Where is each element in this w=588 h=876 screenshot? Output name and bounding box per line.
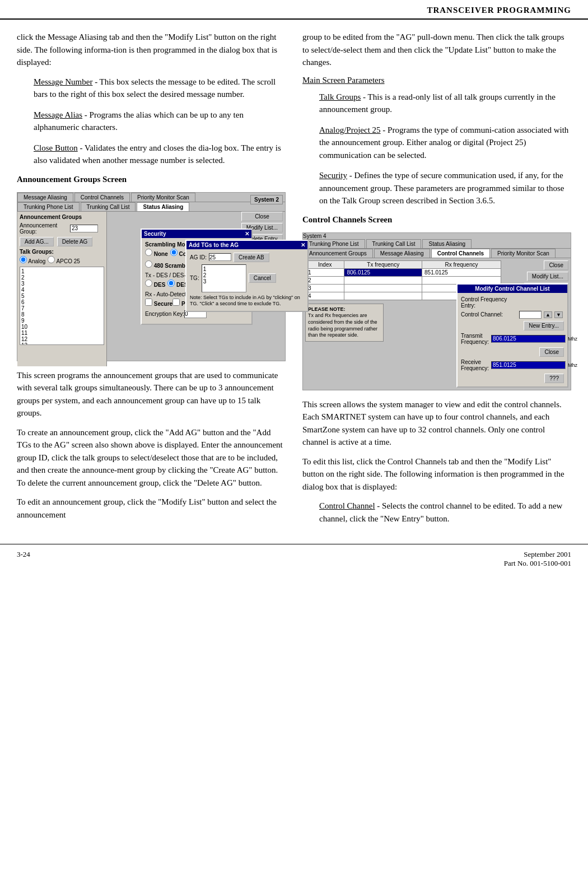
ctrl-tab-ann-groups[interactable]: Announcement Groups <box>303 249 373 258</box>
talk-group-listbox[interactable]: 1 2 3 4 5 6 7 8 9 10 11 12 13 <box>20 267 104 345</box>
message-alias-block: Message Alias - Programs the alias which… <box>34 109 286 134</box>
ctrl-channel-spinner-up[interactable]: ▲ <box>544 311 552 318</box>
tab-trunking-phone[interactable]: Trunking Phone List <box>17 202 80 211</box>
close-button-label: Close Button <box>34 143 78 152</box>
create-ab-btn[interactable]: Create AB <box>234 253 269 262</box>
system-badge: System 2 <box>250 195 283 204</box>
ctrl-system-badge: System 4 <box>303 233 571 239</box>
right-column: group to be edited from the "AG" pull-do… <box>302 31 571 533</box>
radio-apco25[interactable]: APCO 25 <box>48 256 80 264</box>
radio-secure[interactable]: Secure <box>145 299 172 307</box>
ctrl-freq-entry-label: Control Frequency Entry: <box>461 296 517 309</box>
delete-ag-btn[interactable]: Delete AG <box>57 237 93 246</box>
ctrl-tab-priority-monitor[interactable]: Priority Monitor Scan <box>491 249 556 258</box>
footer-date: September 2001 <box>504 550 571 559</box>
message-number-label: Message Number <box>34 77 92 86</box>
modify-ctrl-dialog: Modify Control Channel List Control Freq… <box>456 283 568 388</box>
ctrl-new-entry-btn[interactable]: New Entry... <box>524 321 564 330</box>
ctrl-caption-1: This screen allows the system manager to… <box>302 398 571 449</box>
ctrl-tab-trunking-phone[interactable]: Trunking Phone List <box>303 239 365 248</box>
ann-caption-2: To create an announcement group, click t… <box>17 426 286 490</box>
radio-analog[interactable]: Analog <box>20 256 45 264</box>
analog-text: Analog/Project 25 - Programs the type of… <box>319 124 571 162</box>
tg-row-12: 12 <box>21 336 102 342</box>
ctrl-idx-3: 3 <box>306 284 344 292</box>
ann-screen-content: System 2 Message Aliasing Control Channe… <box>17 193 285 361</box>
left-column: click the Message Aliasing tab and then … <box>17 31 286 533</box>
ag-id-row: AG ID: Create AB <box>190 253 304 262</box>
rx-freq-label: Receive Frequency: <box>461 359 489 371</box>
tab-status-aliasing[interactable]: Status Aliasing <box>137 202 189 211</box>
ctrl-channel-param: Control Channel - Selects the control ch… <box>319 500 571 525</box>
close-btn[interactable]: Close <box>241 212 283 221</box>
ctrl-channel-input[interactable] <box>519 311 542 319</box>
tg-row-10: 10 <box>21 324 102 330</box>
tx-mhz-label: Mhz <box>568 336 577 342</box>
ctrl-tab-control-channels[interactable]: Control Channels <box>431 249 490 258</box>
security-param: Security - Defines the type of secure co… <box>319 169 571 207</box>
tg-item-3[interactable]: 3 <box>203 278 245 285</box>
message-number-text: Message Number - This box selects the me… <box>34 76 286 101</box>
ann-left-panel: Announcement Groups Announcement Group: … <box>17 212 107 366</box>
tg-row-11: 11 <box>21 330 102 336</box>
ctrl-idx-1: 1 <box>306 268 344 276</box>
add-tg-dialog: Add TGs to the AG ✕ AG ID: Create AB <box>185 240 309 312</box>
ctrl-tab-message-aliasing[interactable]: Message Aliasing <box>374 249 430 258</box>
page-footer: 3-24 September 2001 Part No. 001-5100-00… <box>0 544 588 574</box>
modify-ctrl-body: Control Frequency Entry: Control Channel… <box>458 293 567 386</box>
ctrl-channel-text: Control Channel - Selects the control ch… <box>319 500 571 525</box>
ctrl-tab-trunking-call[interactable]: Trunking Call List <box>366 239 422 248</box>
ctrl-tx-4 <box>344 292 422 300</box>
tg-row-13: 13 <box>21 342 102 345</box>
ctrl-extra-btn[interactable]: ??? <box>544 374 564 383</box>
tab-message-aliasing[interactable]: Message Aliasing <box>17 193 73 202</box>
ctrl-channels-screenshot: System 4 Trunking Phone List Trunking Ca… <box>302 232 571 390</box>
tab-trunking-call[interactable]: Trunking Call List <box>81 202 136 211</box>
radio-des-tx[interactable]: DES <box>145 279 165 288</box>
ctrl-close-btn[interactable]: Close <box>544 260 568 270</box>
tx-freq-input[interactable] <box>491 335 566 343</box>
add-tg-title: Add TGs to the AG <box>189 242 239 248</box>
tg-row-8: 8 <box>21 311 102 318</box>
talk-groups-param: Talk Groups - This is a read-only list o… <box>319 91 571 116</box>
tab-control-channels[interactable]: Control Channels <box>74 193 130 202</box>
ctrl-caption-2: To edit this list, click the Control Cha… <box>302 455 571 493</box>
add-tg-close-icon[interactable]: ✕ <box>301 242 305 248</box>
security-label-text: Security <box>319 171 347 180</box>
ctrl-modify-list-btn[interactable]: Modify List... <box>527 272 568 281</box>
ctrl-tab-status-aliasing[interactable]: Status Aliasing <box>422 239 472 248</box>
please-note-box: PLEASE NOTE: Tx and Rx frequencies are c… <box>305 304 384 342</box>
tg-row-6: 6 <box>21 299 102 305</box>
col-rx: Rx frequency <box>422 260 501 268</box>
add-ag-btn[interactable]: Add AG... <box>20 237 54 246</box>
tg-item-2[interactable]: 2 <box>203 272 245 278</box>
ann-caption-3: To edit an announcement group, click the… <box>17 496 286 521</box>
security-close-icon[interactable]: ✕ <box>245 231 249 237</box>
cancel-btn[interactable]: Cancel <box>249 273 276 283</box>
tg-list-box[interactable]: 1 2 3 <box>202 264 246 292</box>
add-tg-titlebar: Add TGs to the AG ✕ <box>186 241 307 249</box>
ann-group-label: Announcement Group: <box>20 222 70 235</box>
tx-freq-label: Transmit Frequency: <box>461 333 489 345</box>
rx-freq-input[interactable] <box>491 361 566 369</box>
ctrl-tx-2 <box>344 276 422 284</box>
ag-id-input[interactable] <box>209 253 231 261</box>
ctrl-tx-1: 806.0125 <box>344 268 422 276</box>
ctrl-dialog-close-btn[interactable]: Close <box>539 347 564 357</box>
tg-item-1[interactable]: 1 <box>203 266 245 272</box>
add-tg-inner: AG ID: Create AB TG: 1 2 3 <box>186 249 307 311</box>
ctrl-screen-heading: Control Channels Screen <box>302 215 571 225</box>
ctrl-channel-spinner-down[interactable]: ▼ <box>554 311 563 318</box>
radio-none[interactable]: None <box>145 249 168 257</box>
ann-group-input[interactable] <box>70 225 98 232</box>
rx-mhz-label: Mhz <box>568 362 577 368</box>
analog-param: Analog/Project 25 - Programs the type of… <box>319 124 571 162</box>
tg-row-1: 1 <box>21 268 102 274</box>
tx-freq-row: Transmit Frequency: Mhz <box>461 333 564 345</box>
ann-screen-heading: Announcement Groups Screen <box>17 175 286 184</box>
rx-freq-row: Receive Frequency: Mhz <box>461 359 564 371</box>
tab-priority-monitor[interactable]: Priority Monitor Scan <box>131 193 195 202</box>
col-tx: Tx frequency <box>344 260 422 268</box>
ctrl-tab-bar-1: Trunking Phone List Trunking Call List S… <box>303 239 571 249</box>
ann-panel-title: Announcement Groups <box>20 214 104 220</box>
